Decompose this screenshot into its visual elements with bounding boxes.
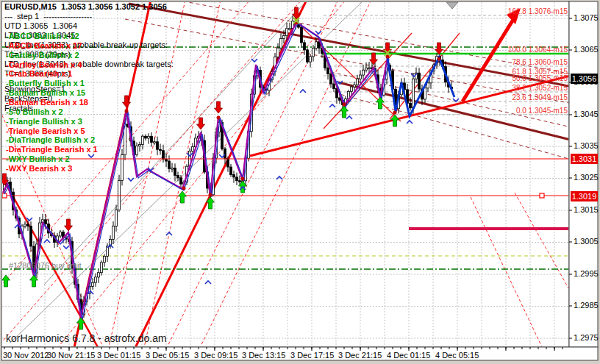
zigzag-vertex-dot	[438, 57, 441, 61]
zigzag-vertex-dot	[241, 177, 245, 181]
zigzag-vertex-dot	[182, 187, 186, 190]
zigzag-vertex-dot	[125, 110, 129, 113]
mt4-chart-window: EURUSD,M15 1.3053 1.3056 1.3052 1.3056 -…	[0, 0, 600, 364]
level-price-box: 1.3031	[571, 154, 598, 164]
current-bid-box: 1.3056	[571, 74, 598, 84]
zigzag-vertex-dot	[386, 55, 390, 59]
zigzag-vertex-dot	[343, 103, 346, 107]
level-price-box: 1.3019	[571, 191, 598, 201]
zigzag-vertex-dot	[217, 116, 221, 120]
chart-canvas[interactable]	[0, 0, 600, 364]
zigzag-vertex-dot	[209, 193, 213, 197]
zigzag-vertex-dot	[393, 111, 397, 115]
